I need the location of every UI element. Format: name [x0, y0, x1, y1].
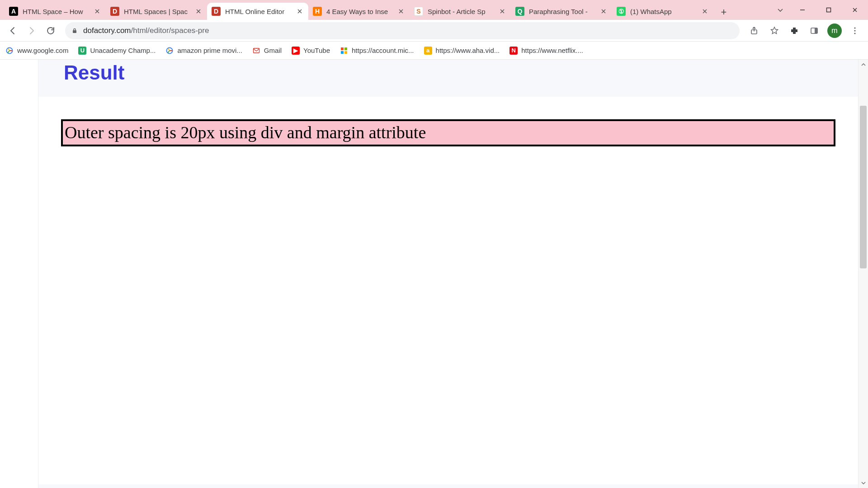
bookmark-label: amazon prime movi... [177, 47, 242, 54]
tab-favicon: D [212, 7, 221, 16]
tab-favicon: S [414, 7, 423, 16]
tab-close-button[interactable] [194, 7, 203, 15]
browser-tab[interactable]: DHTML Online Editor [207, 3, 308, 20]
result-header: Result [38, 60, 858, 97]
svg-rect-12 [341, 47, 344, 50]
window-minimize-button[interactable] [789, 1, 816, 19]
browser-tab[interactable]: ①(1) WhatsApp [612, 3, 713, 20]
scroll-down-arrow[interactable] [859, 478, 868, 488]
tab-title: (1) WhatsApp [630, 8, 701, 15]
bookmark-favicon: a [424, 47, 432, 55]
window-maximize-button[interactable] [816, 1, 842, 19]
tab-close-button[interactable] [599, 7, 608, 15]
tab-close-button[interactable] [397, 7, 405, 15]
tab-strip: AHTML Space – HowDHTML Spaces | SpacDHTM… [0, 0, 868, 20]
bookmark-favicon [252, 47, 260, 55]
tab-title: HTML Online Editor [225, 8, 296, 15]
page-panel: Result Outer spacing is 20px using div a… [38, 60, 858, 488]
bookmark-item[interactable]: https://account.mic... [340, 47, 414, 55]
reload-button[interactable] [42, 23, 59, 39]
bookmark-favicon: U [78, 47, 86, 55]
vertical-scrollbar[interactable] [858, 60, 868, 488]
browser-tab[interactable]: DHTML Spaces | Spac [106, 3, 207, 20]
extensions-button[interactable] [786, 22, 803, 39]
back-button[interactable] [5, 23, 21, 39]
svg-point-7 [854, 30, 855, 31]
forward-button[interactable] [24, 23, 40, 39]
bookmark-item[interactable]: Nhttps://www.netflix.... [509, 47, 583, 55]
bookmark-favicon [5, 47, 14, 55]
bookmark-favicon: N [509, 47, 518, 55]
bookmark-label: https://www.netflix.... [521, 47, 583, 54]
browser-toolbar: dofactory.com/html/editor/spaces-pre m [0, 20, 868, 42]
tab-close-button[interactable] [93, 7, 101, 15]
new-tab-button[interactable]: + [716, 5, 731, 20]
browser-tab[interactable]: SSpinbot - Article Sp [410, 3, 511, 20]
svg-rect-1 [827, 8, 831, 12]
browser-tab[interactable]: AHTML Space – How [5, 3, 106, 20]
chrome-menu-button[interactable] [846, 22, 863, 39]
tab-title: Spinbot - Article Sp [428, 8, 498, 15]
scrollbar-thumb[interactable] [860, 106, 867, 268]
bookmark-label: YouTube [303, 47, 330, 54]
svg-rect-13 [344, 47, 347, 50]
tab-favicon: D [110, 7, 119, 16]
bookmark-label: www.google.com [17, 47, 68, 54]
share-button[interactable] [746, 22, 763, 39]
tab-favicon: Q [515, 7, 524, 16]
demo-output-box: Outer spacing is 20px using div and marg… [61, 119, 835, 146]
tab-title: HTML Spaces | Spac [124, 8, 194, 15]
svg-point-8 [854, 33, 855, 34]
bookmark-item[interactable]: ▶YouTube [292, 47, 330, 55]
bookmark-item[interactable]: UUnacademy Champ... [78, 47, 156, 55]
window-controls [771, 0, 868, 20]
tab-favicon: A [9, 7, 18, 16]
tab-close-button[interactable] [498, 7, 506, 15]
svg-rect-15 [344, 51, 347, 54]
result-body: Outer spacing is 20px using div and marg… [38, 97, 858, 484]
bookmark-favicon [165, 47, 174, 55]
scroll-up-arrow[interactable] [859, 60, 868, 70]
svg-rect-5 [815, 28, 817, 33]
bookmark-favicon: ▶ [292, 47, 300, 55]
side-panel-button[interactable] [806, 22, 823, 39]
bookmark-label: https://www.aha.vid... [436, 47, 500, 54]
url-path: /html/editor/spaces-pre [131, 26, 209, 35]
bookmark-label: Unacademy Champ... [90, 47, 156, 54]
tab-title: HTML Space – How [23, 8, 93, 15]
svg-rect-14 [341, 51, 344, 54]
left-gutter [0, 60, 38, 488]
scrollbar-track[interactable] [859, 70, 868, 478]
window-close-button[interactable] [842, 1, 868, 19]
svg-rect-11 [253, 48, 259, 53]
tab-favicon: H [313, 7, 322, 16]
tab-title: Paraphrasing Tool - [529, 8, 599, 15]
url-domain: dofactory.com [83, 26, 131, 35]
bookmark-item[interactable]: amazon prime movi... [165, 47, 242, 55]
bookmarks-bar: www.google.comUUnacademy Champ...amazon … [0, 42, 868, 60]
bookmark-label: https://account.mic... [352, 47, 414, 54]
bookmark-label: Gmail [264, 47, 282, 54]
tab-close-button[interactable] [701, 7, 709, 15]
avatar-letter: m [831, 27, 837, 35]
bookmark-item[interactable]: www.google.com [5, 47, 68, 55]
bookmark-item[interactable]: ahttps://www.aha.vid... [424, 47, 500, 55]
profile-avatar[interactable]: m [827, 23, 842, 38]
bookmark-favicon [340, 47, 348, 55]
tab-search-button[interactable] [771, 1, 789, 19]
svg-rect-2 [73, 30, 76, 33]
demo-output-text: Outer spacing is 20px using div and marg… [65, 123, 426, 142]
browser-tab[interactable]: H4 Easy Ways to Inse [308, 3, 410, 20]
result-heading: Result [64, 61, 858, 84]
tab-favicon: ① [617, 7, 626, 16]
tab-close-button[interactable] [296, 7, 304, 15]
address-bar[interactable]: dofactory.com/html/editor/spaces-pre [65, 22, 740, 39]
svg-point-6 [854, 27, 855, 28]
bookmark-star-button[interactable] [766, 22, 783, 39]
browser-tab[interactable]: QParaphrasing Tool - [511, 3, 612, 20]
bookmark-item[interactable]: Gmail [252, 47, 282, 55]
lock-icon [71, 28, 78, 34]
tab-title: 4 Easy Ways to Inse [326, 8, 397, 15]
page-viewport: Result Outer spacing is 20px using div a… [0, 60, 868, 488]
